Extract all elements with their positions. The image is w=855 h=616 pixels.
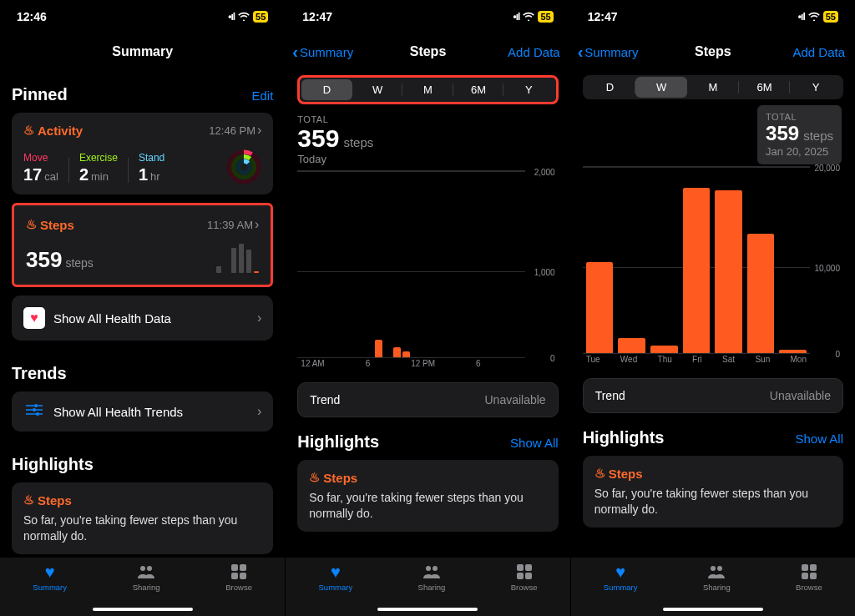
tab-sharing[interactable]: Sharing: [418, 563, 446, 592]
tab-bar: ♥Summary Sharing Browse: [286, 558, 569, 616]
cellular-icon: •ıl: [228, 11, 235, 23]
content: D W M 6M Y TOTAL 359 steps Today 2,000 1…: [286, 70, 569, 558]
nav-title: Steps: [695, 44, 731, 59]
nav-bar: Summary: [0, 33, 285, 70]
svg-rect-13: [231, 573, 238, 579]
segment-y[interactable]: Y: [790, 77, 842, 98]
exercise-metric: Exercise 2 min: [79, 152, 118, 184]
tab-summary[interactable]: ♥Summary: [319, 563, 353, 592]
back-button[interactable]: ‹ Summary: [292, 43, 353, 62]
wifi-icon: [523, 10, 534, 23]
chevron-left-icon: ‹: [578, 43, 584, 62]
segment-d[interactable]: D: [301, 79, 352, 100]
people-icon: [706, 563, 726, 581]
cellular-icon: •ıl: [798, 11, 805, 23]
highlight-title: ♨ Steps: [23, 492, 261, 507]
status-time: 12:46: [17, 10, 47, 23]
steps-day-chart[interactable]: 2,000 1,000 0 12 AM 6 12 PM 6: [297, 170, 558, 371]
time-range-segmented[interactable]: D W M 6M Y: [583, 75, 843, 99]
svg-point-16: [433, 566, 438, 571]
tab-browse[interactable]: Browse: [511, 563, 538, 592]
bar: [402, 351, 410, 357]
heart-icon: ♥: [331, 563, 341, 581]
add-data-button[interactable]: Add Data: [792, 45, 845, 59]
activity-title: ♨ Activity: [23, 123, 83, 138]
chevron-right-icon: ›: [255, 217, 259, 232]
tab-summary[interactable]: ♥Summary: [604, 563, 638, 592]
activity-time: 12:46 PM ›: [209, 123, 261, 138]
tab-sharing[interactable]: Sharing: [133, 563, 160, 592]
status-bar: 12:47 •ıl 55: [571, 0, 855, 33]
svg-point-22: [717, 566, 722, 571]
svg-rect-26: [810, 573, 817, 579]
home-indicator[interactable]: [93, 608, 193, 611]
highlight-card[interactable]: ♨ Steps So far, you're taking fewer step…: [297, 460, 558, 532]
activity-card[interactable]: ♨ Activity 12:46 PM › Move 17 cal: [12, 113, 273, 194]
selection-tooltip: TOTAL 359 steps Jan 20, 2025: [757, 105, 842, 164]
show-all-health-button[interactable]: ♥ Show All Health Data ›: [12, 295, 273, 341]
add-data-button[interactable]: Add Data: [508, 45, 560, 59]
edit-button[interactable]: Edit: [251, 88, 273, 103]
chevron-left-icon: ‹: [292, 43, 298, 62]
time-range-segmented[interactable]: D W M 6M Y: [297, 75, 558, 104]
highlight-card[interactable]: ♨ Steps So far, you're taking fewer step…: [583, 456, 843, 528]
nav-title: Summary: [112, 44, 173, 59]
show-all-button[interactable]: Show All: [510, 436, 559, 450]
steps-card-time: 11:39 AM ›: [207, 217, 259, 232]
flame-icon: ♨: [309, 470, 320, 485]
back-button[interactable]: ‹ Summary: [578, 43, 639, 62]
segment-w[interactable]: W: [352, 79, 402, 100]
svg-point-10: [147, 566, 152, 571]
tab-browse[interactable]: Browse: [796, 563, 822, 592]
bar: [393, 347, 401, 357]
svg-rect-18: [525, 564, 532, 571]
segment-m[interactable]: M: [402, 79, 453, 100]
tab-bar: ♥Summary Sharing Browse: [571, 558, 855, 616]
svg-point-21: [711, 566, 716, 571]
battery-badge: 55: [253, 11, 268, 23]
status-right: •ıl 55: [228, 10, 268, 23]
segment-y[interactable]: Y: [503, 79, 554, 100]
home-indicator[interactable]: [377, 608, 478, 611]
chevron-right-icon: ›: [257, 311, 261, 326]
svg-rect-24: [810, 564, 817, 571]
bar: [650, 346, 678, 353]
status-bar: 12:47 •ıl 55: [286, 0, 569, 33]
tab-browse[interactable]: Browse: [225, 563, 252, 592]
show-all-button[interactable]: Show All: [795, 432, 843, 446]
trends-icon: [23, 403, 45, 420]
highlight-card[interactable]: ♨ Steps So far, you're taking fewer step…: [12, 482, 273, 554]
show-all-trends-button[interactable]: Show All Health Trends ›: [12, 391, 273, 432]
status-time: 12:47: [588, 10, 618, 23]
tab-summary[interactable]: ♥ Summary: [33, 563, 67, 592]
steps-card[interactable]: ♨ Steps 11:39 AM › 359 steps: [12, 203, 273, 287]
tab-sharing[interactable]: Sharing: [703, 563, 731, 592]
segment-w[interactable]: W: [635, 77, 687, 98]
chevron-right-icon: ›: [257, 404, 261, 419]
nav-bar: ‹ Summary Steps Add Data: [571, 33, 855, 70]
trend-row[interactable]: Trend Unavailable: [297, 382, 558, 417]
steps-week-chart[interactable]: 20,000 10,000 0 TueWedThuFriSatSunMon: [583, 166, 843, 366]
heart-icon: ♥: [45, 563, 55, 581]
trends-header: Trends: [12, 364, 273, 383]
heart-icon: ♥: [23, 307, 45, 329]
grid-icon: [231, 563, 246, 581]
bar: [586, 262, 614, 353]
home-indicator[interactable]: [663, 608, 763, 611]
grid-icon: [802, 563, 817, 581]
svg-point-9: [140, 566, 145, 571]
bar: [683, 188, 711, 353]
grid-icon: [517, 563, 532, 581]
segment-m[interactable]: M: [687, 77, 739, 98]
flame-icon: ♨: [594, 466, 605, 481]
svg-rect-11: [231, 564, 238, 571]
nav-title: Steps: [410, 44, 447, 59]
segment-d[interactable]: D: [584, 77, 636, 98]
segment-6m[interactable]: 6M: [739, 77, 791, 98]
bar: [375, 340, 382, 357]
screen-steps-week: 12:47 •ıl 55 ‹ Summary Steps Add Data D …: [570, 0, 855, 616]
content: Pinned Edit ♨ Activity 12:46 PM › Move 1…: [0, 70, 285, 558]
trend-row[interactable]: Trend Unavailable: [583, 378, 843, 413]
people-icon: [136, 563, 156, 581]
segment-6m[interactable]: 6M: [453, 79, 503, 100]
